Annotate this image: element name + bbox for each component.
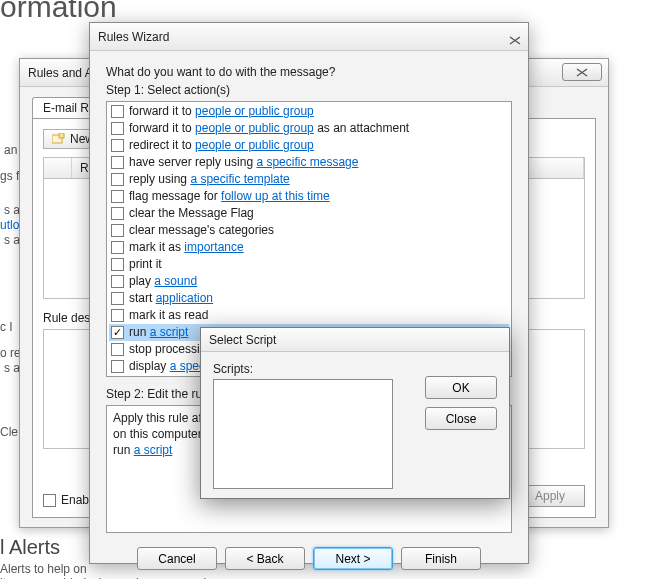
dialog-titlebar[interactable]: Select Script <box>201 328 509 352</box>
ok-button[interactable]: OK <box>425 376 497 399</box>
action-label: forward it to people or public group as … <box>129 121 409 136</box>
dialog-title: Rules Wizard <box>98 30 169 44</box>
action-row[interactable]: print it <box>109 256 509 273</box>
action-value-link[interactable]: a script <box>150 325 189 339</box>
desc-text: run <box>113 443 134 457</box>
action-checkbox[interactable] <box>111 275 124 288</box>
next-button[interactable]: Next > <box>313 547 393 570</box>
action-checkbox[interactable] <box>111 139 124 152</box>
action-checkbox[interactable] <box>111 292 124 305</box>
action-value-link[interactable]: people or public group <box>195 138 314 152</box>
action-label: forward it to people or public group <box>129 104 314 119</box>
action-value-link[interactable]: people or public group <box>195 104 314 118</box>
svg-rect-1 <box>59 133 64 138</box>
action-value-link[interactable]: a specific template <box>190 172 289 186</box>
bg-text: an <box>4 143 17 157</box>
new-rule-icon <box>52 133 66 145</box>
bg-text: Cle <box>0 425 18 439</box>
dialog-title: Select Script <box>209 333 276 347</box>
bg-heading-alerts: l Alerts <box>0 536 60 559</box>
action-row[interactable]: clear message's categories <box>109 222 509 239</box>
action-label: run a script <box>129 325 188 340</box>
close-button[interactable] <box>508 27 522 55</box>
step1-label: Step 1: Select action(s) <box>106 83 512 97</box>
action-label: clear the Message Flag <box>129 206 254 221</box>
close-icon <box>575 68 589 77</box>
action-label: reply using a specific template <box>129 172 290 187</box>
scripts-listbox[interactable] <box>213 379 393 489</box>
bg-text: s a <box>4 203 20 217</box>
bg-text: s a <box>4 361 20 375</box>
action-label: print it <box>129 257 162 272</box>
action-row[interactable]: mark it as read <box>109 307 509 324</box>
action-value-link[interactable]: people or public group <box>195 121 314 135</box>
action-row[interactable]: start application <box>109 290 509 307</box>
action-checkbox[interactable] <box>111 173 124 186</box>
action-checkbox[interactable] <box>111 224 124 237</box>
action-row[interactable]: flag message for follow up at this time <box>109 188 509 205</box>
action-label: mark it as importance <box>129 240 244 255</box>
action-label: mark it as read <box>129 308 208 323</box>
action-value-link[interactable]: application <box>156 291 213 305</box>
back-button[interactable]: < Back <box>225 547 305 570</box>
desc-link-script[interactable]: a script <box>134 443 173 457</box>
action-label: redirect it to people or public group <box>129 138 314 153</box>
action-checkbox[interactable] <box>111 105 124 118</box>
cancel-button[interactable]: Cancel <box>137 547 217 570</box>
action-checkbox[interactable] <box>111 343 124 356</box>
action-row[interactable]: play a sound <box>109 273 509 290</box>
action-checkbox[interactable] <box>111 309 124 322</box>
action-value-link[interactable]: follow up at this time <box>221 189 330 203</box>
action-value-link[interactable]: a sound <box>154 274 197 288</box>
scripts-label: Scripts: <box>213 362 413 376</box>
bg-text: utlo <box>0 218 19 232</box>
close-button[interactable]: Close <box>425 407 497 430</box>
action-row[interactable]: have server reply using a specific messa… <box>109 154 509 171</box>
select-script-dialog: Select Script Scripts: OK Close <box>200 327 510 499</box>
dialog-titlebar[interactable]: Rules Wizard <box>90 23 528 51</box>
action-value-link[interactable]: importance <box>184 240 243 254</box>
bg-text: gs f <box>0 169 19 183</box>
wizard-question: What do you want to do with the message? <box>106 65 512 79</box>
action-row[interactable]: redirect it to people or public group <box>109 137 509 154</box>
bg-text: c I <box>0 320 13 334</box>
action-row[interactable]: reply using a specific template <box>109 171 509 188</box>
action-checkbox[interactable] <box>111 258 124 271</box>
action-checkbox[interactable] <box>111 207 124 220</box>
action-checkbox[interactable] <box>111 326 124 339</box>
enable-rss-checkbox[interactable] <box>43 494 56 507</box>
action-label: start application <box>129 291 213 306</box>
action-row[interactable]: forward it to people or public group <box>109 103 509 120</box>
action-checkbox[interactable] <box>111 190 124 203</box>
action-label: clear message's categories <box>129 223 274 238</box>
action-value-link[interactable]: a specific message <box>256 155 358 169</box>
action-label: flag message for follow up at this time <box>129 189 330 204</box>
close-button[interactable] <box>562 63 602 81</box>
action-checkbox[interactable] <box>111 241 124 254</box>
bg-text: Alerts to help on <box>0 562 87 576</box>
finish-button[interactable]: Finish <box>401 547 481 570</box>
action-row[interactable]: forward it to people or public group as … <box>109 120 509 137</box>
bg-text: s a <box>4 233 20 247</box>
page-heading: ormation <box>0 0 117 24</box>
action-row[interactable]: clear the Message Flag <box>109 205 509 222</box>
action-row[interactable]: mark it as importance <box>109 239 509 256</box>
action-checkbox[interactable] <box>111 122 124 135</box>
action-checkbox[interactable] <box>111 360 124 373</box>
action-label: have server reply using a specific messa… <box>129 155 358 170</box>
action-label: play a sound <box>129 274 197 289</box>
action-checkbox[interactable] <box>111 156 124 169</box>
close-icon <box>508 36 522 45</box>
